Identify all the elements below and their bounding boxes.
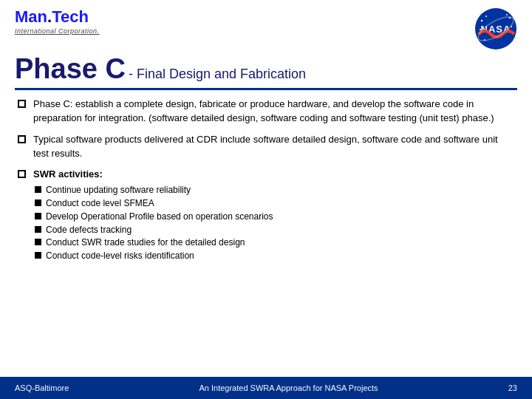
sub-bullet-item: Conduct SWR trade studies for the detail… (35, 236, 273, 249)
title-area: Phase C - Final Design and Fabrication (0, 50, 532, 85)
bullet-text-1: Phase C: establish a complete design, fa… (33, 98, 514, 126)
swr-label: SWR activities: (33, 168, 273, 182)
bullet-square-1 (18, 100, 26, 108)
page-title: Phase C - Final Design and Fabrication (15, 53, 517, 85)
svg-point-2 (485, 16, 487, 17)
footer-center: An Integrated SWRA Approach for NASA Pro… (69, 383, 508, 392)
sub-bullet-item: Conduct code-level risks identification (35, 250, 273, 262)
sub-bullet-item: Develop Operational Profile based on ope… (35, 211, 273, 223)
nasa-svg-icon: NASA (474, 7, 517, 50)
bullet-square-3 (18, 170, 26, 178)
sub-bullets: Continue updating software reliability C… (33, 184, 273, 262)
phase-label: Phase C (15, 53, 126, 85)
sub-bullet-square (35, 252, 41, 259)
bullet-item-3: SWR activities: Continue updating softwa… (18, 168, 514, 263)
nasa-logo: NASA (474, 7, 517, 50)
sub-bullet-square (35, 226, 41, 233)
sub-bullet-item: Code defects tracking (35, 224, 273, 236)
svg-text:NASA: NASA (481, 24, 511, 35)
sub-bullet-item: Conduct code level SFMEA (35, 197, 273, 210)
logo-subtitle: International Corporation. (15, 27, 100, 35)
sub-bullet-square (35, 200, 41, 206)
sub-bullet-text: Conduct SWR trade studies for the detail… (46, 236, 245, 249)
sub-bullet-square (35, 186, 41, 193)
bullet-text-2: Typical software products delivered at C… (33, 133, 514, 161)
footer-right: 23 (508, 383, 517, 392)
sub-bullet-square (35, 213, 41, 219)
logo-man: Man (15, 7, 47, 27)
bullet-item-1: Phase C: establish a complete design, fa… (18, 98, 514, 126)
bullet-square-2 (18, 135, 26, 143)
sub-bullet-text: Continue updating software reliability (46, 184, 191, 197)
footer-left: ASQ-Baltimore (15, 383, 69, 392)
content-area: Phase C: establish a complete design, fa… (0, 95, 532, 263)
footer: ASQ-Baltimore An Integrated SWRA Approac… (0, 377, 532, 399)
phase-subtitle: - Final Design and Fabrication (129, 66, 306, 82)
sub-bullet-square (35, 239, 41, 245)
bullet-text-3: SWR activities: Continue updating softwa… (33, 168, 273, 263)
sub-bullet-text: Develop Operational Profile based on ope… (46, 211, 273, 223)
sub-bullet-text: Code defects tracking (46, 224, 132, 236)
mantech-logo: Man.Tech (15, 7, 89, 27)
logo-tech: Tech (52, 7, 89, 27)
svg-point-1 (481, 20, 482, 21)
svg-point-6 (506, 14, 508, 16)
bullet-item-2: Typical software products delivered at C… (18, 133, 514, 161)
sub-bullet-text: Conduct code-level risks identification (46, 250, 194, 262)
header: Man.Tech International Corporation. NASA (0, 0, 532, 50)
sub-bullet-text: Conduct code level SFMEA (46, 197, 154, 210)
sub-bullet-item: Continue updating software reliability (35, 184, 273, 197)
logo-area: Man.Tech International Corporation. (15, 7, 100, 35)
title-divider (15, 88, 517, 90)
